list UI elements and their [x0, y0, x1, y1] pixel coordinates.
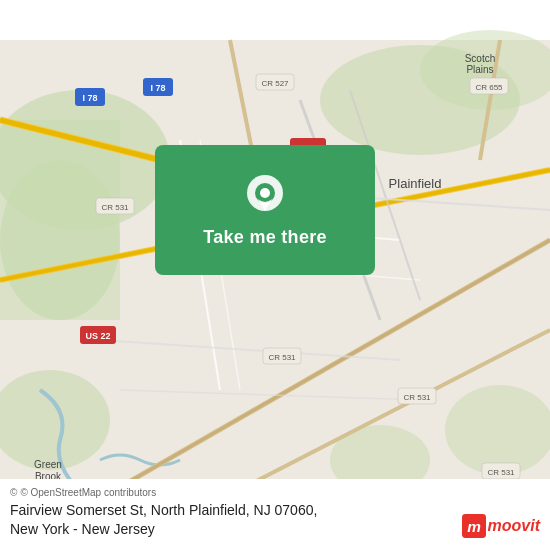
svg-text:US 22: US 22: [85, 331, 110, 341]
moovit-label: moovit: [488, 517, 540, 535]
svg-point-7: [445, 385, 550, 475]
svg-text:CR 531: CR 531: [101, 203, 129, 212]
svg-text:Plainfield: Plainfield: [389, 176, 442, 191]
copyright-icon: ©: [10, 487, 17, 498]
svg-text:I 78: I 78: [82, 93, 97, 103]
address-line: Fairview Somerset St, North Plainfield, …: [10, 501, 540, 540]
svg-text:Scotch: Scotch: [465, 53, 496, 64]
svg-point-36: [260, 188, 270, 198]
svg-text:Plains: Plains: [466, 64, 493, 75]
svg-text:CR 531: CR 531: [403, 393, 431, 402]
map-container: I 78 I 78 US 22 US 22 CR 527 CR 655 CR 5…: [0, 0, 550, 550]
svg-text:I 78: I 78: [150, 83, 165, 93]
bottom-bar: © © OpenStreetMap contributors Fairview …: [0, 479, 550, 550]
svg-text:CR 655: CR 655: [475, 83, 503, 92]
svg-text:CR 531: CR 531: [487, 468, 515, 477]
svg-text:CR 527: CR 527: [261, 79, 289, 88]
location-pin-icon: [243, 173, 287, 217]
address-line1: Fairview Somerset St, North Plainfield, …: [10, 502, 317, 518]
moovit-logo: m moovit: [462, 514, 540, 538]
moovit-m-icon: m: [462, 514, 486, 538]
address-line2: New York - New Jersey: [10, 521, 155, 537]
svg-text:Green: Green: [34, 459, 62, 470]
take-me-there-button[interactable]: Take me there: [203, 227, 327, 248]
svg-rect-3: [0, 120, 120, 320]
attribution: © © OpenStreetMap contributors: [10, 487, 540, 498]
action-panel: Take me there: [155, 145, 375, 275]
svg-text:CR 531: CR 531: [268, 353, 296, 362]
svg-text:m: m: [467, 518, 481, 535]
attribution-text: © OpenStreetMap contributors: [20, 487, 156, 498]
